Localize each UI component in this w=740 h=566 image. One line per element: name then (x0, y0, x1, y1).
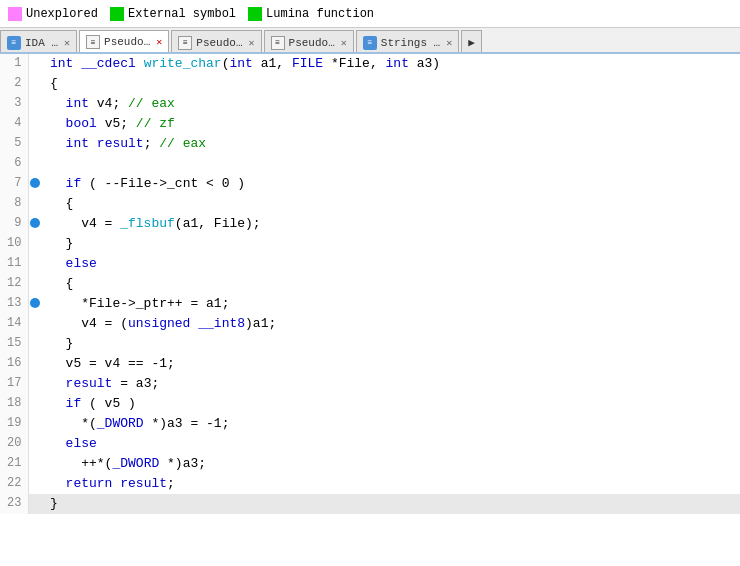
code-line: { (42, 274, 740, 294)
table-row: 8 { (0, 194, 740, 214)
breakpoint-indicator[interactable] (28, 174, 42, 194)
breakpoint-indicator[interactable] (28, 134, 42, 154)
tab-pseudo2-label: Pseudo… (196, 37, 242, 49)
legend-external: External symbol (110, 7, 236, 21)
table-row: 14 v4 = (unsigned __int8)a1; (0, 314, 740, 334)
tab-pseudo3[interactable]: ≡ Pseudo… ✕ (264, 30, 354, 54)
breakpoint-indicator[interactable] (28, 154, 42, 174)
breakpoint-indicator[interactable] (28, 194, 42, 214)
breakpoint-dot (30, 298, 40, 308)
breakpoint-indicator[interactable] (28, 414, 42, 434)
breakpoint-indicator[interactable] (28, 114, 42, 134)
table-row: 17 result = a3; (0, 374, 740, 394)
tab-pseudo1[interactable]: ≡ Pseudo… ✕ (79, 30, 169, 54)
line-number: 23 (0, 494, 28, 514)
line-number: 17 (0, 374, 28, 394)
table-row: 13 *File->_ptr++ = a1; (0, 294, 740, 314)
line-number: 16 (0, 354, 28, 374)
table-row: 9 v4 = _flsbuf(a1, File); (0, 214, 740, 234)
breakpoint-indicator[interactable] (28, 294, 42, 314)
breakpoint-indicator[interactable] (28, 254, 42, 274)
tab-pseudo1-label: Pseudo… (104, 36, 150, 48)
breakpoint-indicator[interactable] (28, 494, 42, 514)
breakpoint-indicator[interactable] (28, 394, 42, 414)
external-color-swatch (110, 7, 124, 21)
tab-pseudo2-close[interactable]: ✕ (249, 37, 255, 49)
tab-pseudo3-close[interactable]: ✕ (341, 37, 347, 49)
line-number: 3 (0, 94, 28, 114)
code-line: int v4; // eax (42, 94, 740, 114)
breakpoint-indicator[interactable] (28, 54, 42, 74)
tab-more-label: ▶ (468, 36, 475, 49)
table-row: 20 else (0, 434, 740, 454)
table-row: 10 } (0, 234, 740, 254)
tab-ida-close[interactable]: ✕ (64, 37, 70, 49)
tab-ida[interactable]: ≡ IDA … ✕ (0, 30, 77, 54)
breakpoint-indicator[interactable] (28, 214, 42, 234)
breakpoint-indicator[interactable] (28, 454, 42, 474)
breakpoint-indicator[interactable] (28, 474, 42, 494)
tab-strings-label: Strings … (381, 37, 440, 49)
code-line: v4 = _flsbuf(a1, File); (42, 214, 740, 234)
table-row: 22 return result; (0, 474, 740, 494)
breakpoint-indicator[interactable] (28, 234, 42, 254)
code-line: v4 = (unsigned __int8)a1; (42, 314, 740, 334)
line-number: 1 (0, 54, 28, 74)
line-number: 12 (0, 274, 28, 294)
code-line: else (42, 254, 740, 274)
breakpoint-indicator[interactable] (28, 314, 42, 334)
line-number: 10 (0, 234, 28, 254)
code-line: } (42, 234, 740, 254)
legend-unexplored: Unexplored (8, 7, 98, 21)
table-row: 1int __cdecl write_char(int a1, FILE *Fi… (0, 54, 740, 74)
tab-pseudo2[interactable]: ≡ Pseudo… ✕ (171, 30, 261, 54)
code-line: { (42, 194, 740, 214)
code-line: v5 = v4 == -1; (42, 354, 740, 374)
tab-bar: ≡ IDA … ✕ ≡ Pseudo… ✕ ≡ Pseudo… ✕ ≡ Pseu… (0, 28, 740, 54)
line-number: 22 (0, 474, 28, 494)
line-number: 5 (0, 134, 28, 154)
breakpoint-indicator[interactable] (28, 354, 42, 374)
tab-strings-close[interactable]: ✕ (446, 37, 452, 49)
code-line: result = a3; (42, 374, 740, 394)
tab-strings[interactable]: ≡ Strings … ✕ (356, 30, 459, 54)
code-area[interactable]: 1int __cdecl write_char(int a1, FILE *Fi… (0, 54, 740, 566)
line-number: 18 (0, 394, 28, 414)
code-line: int result; // eax (42, 134, 740, 154)
lumina-label: Lumina function (266, 7, 374, 21)
table-row: 6 (0, 154, 740, 174)
breakpoint-indicator[interactable] (28, 94, 42, 114)
code-line: { (42, 74, 740, 94)
line-number: 8 (0, 194, 28, 214)
table-row: 18 if ( v5 ) (0, 394, 740, 414)
line-number: 14 (0, 314, 28, 334)
breakpoint-indicator[interactable] (28, 334, 42, 354)
line-number: 20 (0, 434, 28, 454)
tab-ida-label: IDA … (25, 37, 58, 49)
breakpoint-indicator[interactable] (28, 274, 42, 294)
code-table: 1int __cdecl write_char(int a1, FILE *Fi… (0, 54, 740, 514)
breakpoint-indicator[interactable] (28, 434, 42, 454)
code-line: if ( --File->_cnt < 0 ) (42, 174, 740, 194)
table-row: 23} (0, 494, 740, 514)
code-line: return result; (42, 474, 740, 494)
breakpoint-indicator[interactable] (28, 374, 42, 394)
code-line: *(_DWORD *)a3 = -1; (42, 414, 740, 434)
code-line: else (42, 434, 740, 454)
line-number: 9 (0, 214, 28, 234)
unexplored-label: Unexplored (26, 7, 98, 21)
code-line (42, 154, 740, 174)
table-row: 5 int result; // eax (0, 134, 740, 154)
tab-pseudo3-label: Pseudo… (289, 37, 335, 49)
line-number: 6 (0, 154, 28, 174)
line-number: 7 (0, 174, 28, 194)
tab-more[interactable]: ▶ (461, 30, 482, 54)
tab-pseudo1-close[interactable]: ✕ (156, 36, 162, 48)
breakpoint-indicator[interactable] (28, 74, 42, 94)
table-row: 16 v5 = v4 == -1; (0, 354, 740, 374)
pseudo3-tab-icon: ≡ (271, 36, 285, 50)
table-row: 15 } (0, 334, 740, 354)
code-line: ++*(_DWORD *)a3; (42, 454, 740, 474)
table-row: 21 ++*(_DWORD *)a3; (0, 454, 740, 474)
line-number: 4 (0, 114, 28, 134)
